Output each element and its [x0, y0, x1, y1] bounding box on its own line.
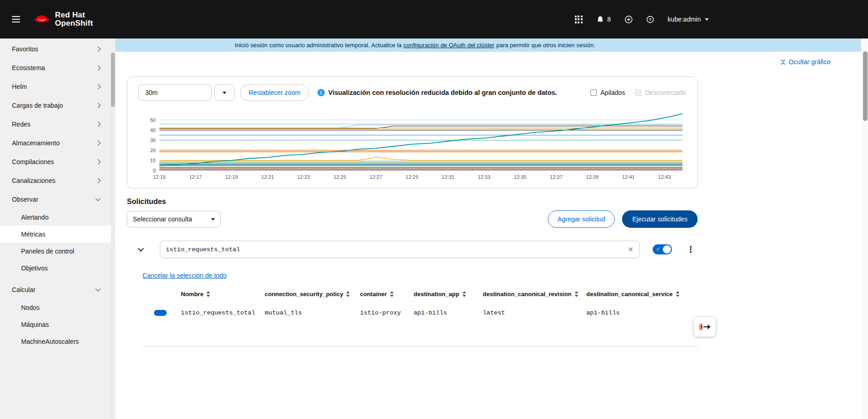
svg-text:12:33: 12:33	[478, 174, 491, 180]
chevron-right-icon	[95, 140, 100, 145]
overlay-widget[interactable]	[694, 317, 715, 336]
overlay-arrow-icon	[699, 322, 711, 331]
sidebar-item-ecosistema[interactable]: Ecosistema	[0, 58, 115, 77]
run-queries-button[interactable]: Ejecutar solicitudes	[622, 210, 698, 228]
sort-icon[interactable]	[676, 291, 680, 297]
query-enabled-toggle[interactable]: ✓	[653, 244, 672, 254]
app-grid-icon	[575, 16, 583, 23]
sort-icon[interactable]	[346, 291, 350, 297]
query-kebab-menu[interactable]: ⋮	[684, 243, 698, 255]
sort-icon[interactable]	[390, 291, 394, 297]
stacked-checkbox[interactable]	[590, 89, 597, 96]
app-launcher-button[interactable]	[575, 16, 583, 23]
column-header[interactable]: connection_security_policy	[265, 291, 360, 298]
sort-icon[interactable]	[206, 291, 210, 297]
sidebar-scrollbar[interactable]	[111, 51, 115, 419]
sort-icon[interactable]	[574, 291, 579, 297]
sidebar-item-almacenamiento[interactable]: Almacenamiento	[0, 133, 115, 152]
caret-down-icon	[211, 218, 215, 221]
info-icon: i	[317, 89, 325, 96]
login-banner: Inició sesión como usuario administrativ…	[115, 39, 861, 52]
sidebar-item-observar[interactable]: Observar	[0, 190, 115, 209]
chevron-down-icon	[95, 196, 100, 201]
time-range-select[interactable]: 30m	[138, 84, 212, 101]
nav-label: Redes	[12, 121, 30, 128]
sidebar-item-calcular[interactable]: Calcular	[0, 280, 115, 299]
svg-text:20: 20	[150, 148, 156, 153]
plus-circle-icon	[625, 16, 633, 23]
sidebar-item-canalizaciones[interactable]: Canalizaciones	[0, 171, 115, 190]
sort-icon[interactable]	[462, 291, 466, 297]
cell-destination-canonical-service: api-bills	[586, 309, 698, 316]
cell-container: istio-proxy	[360, 309, 414, 316]
series-color-swatch[interactable]	[154, 310, 167, 316]
query-expand-button[interactable]	[137, 248, 144, 251]
caret-down-icon	[223, 92, 226, 94]
brand-line1: Red Hat	[55, 11, 93, 19]
column-header[interactable]: Nombre	[181, 291, 265, 298]
user-menu-button[interactable]: kube:admin	[668, 16, 709, 23]
main-scrollbar[interactable]	[862, 39, 868, 419]
time-range-caret-button[interactable]	[214, 84, 235, 101]
svg-text:12:19: 12:19	[225, 174, 238, 180]
help-button[interactable]: ?	[646, 16, 654, 23]
nav-label: Favoritos	[12, 45, 38, 53]
clear-query-icon[interactable]: ×	[627, 245, 634, 254]
caret-down-icon	[705, 18, 709, 21]
oauth-config-link[interactable]: configuración de OAuth del clúster	[404, 42, 495, 49]
sidebar-scrollbar-thumb[interactable]	[111, 53, 115, 107]
sidebar-item-nodos[interactable]: Nodos	[0, 299, 115, 316]
banner-text-after: para permitir que otros inicien sesión.	[496, 42, 595, 49]
nav-toggle-button[interactable]	[8, 11, 24, 28]
notification-count: 8	[607, 16, 611, 23]
compress-icon	[780, 59, 786, 65]
sidebar-item-helm[interactable]: Helm	[0, 77, 115, 96]
notifications-button[interactable]: 8	[596, 16, 611, 23]
sidebar-item-cargas-de-trabajo[interactable]: Cargas de trabajo	[0, 96, 115, 115]
deselect-all-link[interactable]: Cancelar la selección de todo	[142, 272, 227, 279]
svg-text:12:39: 12:39	[586, 174, 599, 180]
main-content: Inició sesión como usuario administrativ…	[115, 39, 868, 419]
svg-text:12:21: 12:21	[262, 174, 274, 180]
banner-text-before: Inició sesión como usuario administrativ…	[235, 42, 402, 49]
svg-text:12:27: 12:27	[370, 174, 382, 180]
cell-destination-canonical-revision: latest	[483, 309, 586, 316]
metrics-line-chart[interactable]: 0102030405012:1512:1712:1912:2112:2312:2…	[138, 107, 686, 184]
chevron-right-icon	[95, 159, 100, 164]
chevron-down-icon	[95, 286, 100, 291]
info-message: Visualización con resolución reducida de…	[328, 89, 557, 96]
nav-label: Helm	[12, 83, 27, 90]
sidebar-item-objetivos[interactable]: Objetivos	[0, 259, 115, 276]
sidebar-item-favoritos[interactable]: Favoritos	[0, 39, 115, 58]
add-query-button[interactable]: Agregar solicitud	[548, 210, 615, 228]
select-query-dropdown[interactable]: Seleccionar consulta	[127, 211, 221, 227]
import-button[interactable]	[625, 16, 633, 23]
sidebar-item-redes[interactable]: Redes	[0, 115, 115, 133]
sidebar-item-machineautoscalers[interactable]: MachineAutoscalers	[0, 333, 115, 350]
column-header[interactable]: destination_app	[414, 291, 483, 298]
svg-text:12:35: 12:35	[514, 174, 527, 180]
chevron-right-icon	[95, 121, 100, 127]
query-expression-input[interactable]	[166, 246, 627, 253]
nav-label: Canalizaciones	[12, 177, 55, 184]
column-header[interactable]: destination_canonical_revision	[483, 291, 586, 298]
query-input-wrap: ×	[160, 241, 640, 258]
sidebar-item-alertando[interactable]: Alertando	[0, 209, 115, 226]
sidebar-item-compilaciones[interactable]: Compilaciones	[0, 152, 115, 171]
table-header-row: Nombre connection_security_policy contai…	[142, 287, 698, 301]
nav-label: Ecosistema	[12, 64, 45, 72]
sidebar-item-metricas[interactable]: Métricas	[0, 226, 115, 243]
cell-destination-app: api-bills	[414, 309, 483, 316]
reset-zoom-button[interactable]: Restablecer zoom	[240, 84, 309, 101]
hide-graph-button[interactable]: Ocultar gráfico	[780, 58, 830, 66]
column-header[interactable]: destination_canonical_service	[586, 291, 698, 298]
column-header[interactable]: container	[360, 291, 414, 298]
chevron-right-icon	[95, 103, 100, 108]
svg-text:12:15: 12:15	[153, 174, 166, 180]
chevron-right-icon	[95, 46, 100, 51]
sidebar-item-maquinas[interactable]: Máquinas	[0, 316, 115, 333]
chevron-right-icon	[95, 65, 100, 70]
sidebar-item-paneles-de-control[interactable]: Paneles de control	[0, 243, 115, 259]
main-scrollbar-thumb[interactable]	[863, 51, 868, 121]
svg-text:12:23: 12:23	[297, 174, 310, 180]
